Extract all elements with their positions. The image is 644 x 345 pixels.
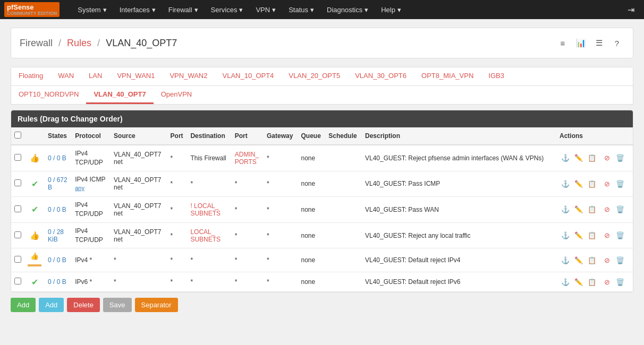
copy-icon[interactable]: 📋 xyxy=(586,230,598,242)
states-link[interactable]: 0 / 0 B xyxy=(48,206,66,213)
cell-gateway: * xyxy=(264,222,298,248)
edit-icon[interactable]: ✏️ xyxy=(573,152,584,164)
nav-diagnostics[interactable]: Diagnostics ▾ xyxy=(320,0,375,19)
states-link[interactable]: KiB xyxy=(48,236,58,243)
delete-row-icon[interactable]: 🗑️ xyxy=(614,254,626,266)
row-checkbox[interactable] xyxy=(14,278,21,284)
nav-interfaces[interactable]: Interfaces ▾ xyxy=(113,0,162,19)
destination-link[interactable]: ! LOCAL_SUBNETS xyxy=(190,202,221,217)
edit-icon[interactable]: ✏️ xyxy=(573,204,584,215)
tab-vpn-wan1[interactable]: VPN_WAN1 xyxy=(109,67,162,85)
nav-help[interactable]: Help ▾ xyxy=(375,0,408,19)
states-link[interactable]: 0 / 672 xyxy=(48,176,67,184)
tab-opt8[interactable]: OPT8_MIA_VPN xyxy=(414,67,481,85)
col-source: Source xyxy=(111,127,167,145)
add-button-1[interactable]: Add xyxy=(11,298,36,312)
status-icon-cell: 👍 xyxy=(24,145,45,171)
port-dst-link[interactable]: ADMIN_PORTS xyxy=(235,151,259,166)
tab-vlan30[interactable]: VLAN_30_OPT6 xyxy=(348,67,414,85)
cell-gateway: * xyxy=(264,171,298,197)
delete-row-icon[interactable]: 🗑️ xyxy=(614,230,626,242)
table-header-row: States Protocol Source Port Destination … xyxy=(11,127,633,145)
add-button-2[interactable]: Add xyxy=(39,298,64,312)
upload-icon[interactable]: ⚓ xyxy=(560,230,571,242)
delete-row-icon[interactable]: 🗑️ xyxy=(614,276,626,288)
row-checkbox[interactable] xyxy=(14,179,21,186)
disable-icon[interactable]: ⊘ xyxy=(601,152,613,164)
edit-icon[interactable]: ✏️ xyxy=(573,178,584,189)
nav-system[interactable]: System ▾ xyxy=(71,0,113,19)
bc-rules[interactable]: Rules xyxy=(67,38,91,48)
nav-firewall[interactable]: Firewall ▾ xyxy=(162,0,205,19)
states-link[interactable]: 0 / 0 B xyxy=(48,154,66,162)
states-link[interactable]: 0 / 0 B xyxy=(48,278,66,286)
disable-icon[interactable]: ⊘ xyxy=(601,178,613,189)
logo: pfSenseCOMMUNITY EDITION xyxy=(4,2,60,17)
copy-icon[interactable]: 📋 xyxy=(586,276,598,288)
states-link[interactable]: 0 / 28 xyxy=(48,228,64,236)
row-checkbox[interactable] xyxy=(14,231,21,238)
cell-protocol: IPv4 ICMPany xyxy=(72,171,111,197)
nav-services[interactable]: Services ▾ xyxy=(205,0,250,19)
delete-row-icon[interactable]: 🗑️ xyxy=(614,152,626,164)
upload-icon[interactable]: ⚓ xyxy=(560,178,571,189)
row-checkbox[interactable] xyxy=(14,154,21,161)
cell-states: 0 / 0 B xyxy=(45,272,72,292)
list-icon[interactable]: ☰ xyxy=(591,36,606,50)
tab-lan[interactable]: LAN xyxy=(81,67,109,85)
save-button[interactable]: Save xyxy=(103,298,132,312)
cell-gateway: * xyxy=(264,272,298,292)
protocol-link[interactable]: any xyxy=(75,185,84,191)
disable-icon[interactable]: ⊘ xyxy=(601,276,613,288)
copy-icon[interactable]: 📋 xyxy=(586,152,598,164)
tab-floating[interactable]: Floating xyxy=(11,67,50,85)
edit-icon[interactable]: ✏️ xyxy=(573,230,584,242)
destination-link[interactable]: LOCAL_SUBNETS xyxy=(190,228,221,243)
row-checkbox[interactable] xyxy=(14,256,21,263)
tab-wan[interactable]: WAN xyxy=(50,67,81,85)
bc-firewall[interactable]: Firewall xyxy=(20,38,53,48)
copy-icon[interactable]: 📋 xyxy=(586,178,598,189)
cell-schedule xyxy=(325,222,362,248)
edit-icon[interactable]: ✏️ xyxy=(573,276,584,288)
upload-icon[interactable]: ⚓ xyxy=(560,204,571,215)
separator-button[interactable]: Separator xyxy=(135,298,178,312)
disable-icon[interactable]: ⊘ xyxy=(601,254,613,266)
delete-button[interactable]: Delete xyxy=(67,298,100,312)
tab-opt10[interactable]: OPT10_NORDVPN xyxy=(11,86,86,104)
copy-icon[interactable]: 📋 xyxy=(586,254,598,266)
tab-openvpn[interactable]: OpenVPN xyxy=(154,86,200,104)
cell-protocol: IPv4TCP/UDP xyxy=(72,222,111,248)
disable-icon[interactable]: ⊘ xyxy=(601,230,613,242)
tab-vpn-wan2[interactable]: VPN_WAN2 xyxy=(162,67,215,85)
tab-igb3[interactable]: IGB3 xyxy=(481,67,512,85)
delete-row-icon[interactable]: 🗑️ xyxy=(614,178,626,189)
logout-icon[interactable]: ⇥ xyxy=(622,5,640,15)
states-link[interactable]: 0 / 0 B xyxy=(48,256,66,264)
nav-vpn[interactable]: VPN ▾ xyxy=(249,0,282,19)
delete-row-icon[interactable]: 🗑️ xyxy=(614,204,626,215)
cell-port-dst: * xyxy=(232,197,264,223)
cell-states: 0 / 0 B xyxy=(45,248,72,272)
upload-icon[interactable]: ⚓ xyxy=(560,276,571,288)
chart-icon[interactable]: 📊 xyxy=(573,36,588,50)
cell-description: VL40_GUEST: Pass WAN xyxy=(362,197,556,223)
bottom-bar: Add Add Delete Save Separator xyxy=(11,292,633,315)
help-icon[interactable]: ? xyxy=(609,36,624,50)
edit-icon[interactable]: ✏️ xyxy=(573,254,584,266)
col-destination: Destination xyxy=(187,127,231,145)
upload-icon[interactable]: ⚓ xyxy=(560,152,571,164)
copy-icon[interactable]: 📋 xyxy=(586,204,598,215)
filter-icon[interactable]: ≡ xyxy=(555,36,570,50)
nav-status[interactable]: Status ▾ xyxy=(282,0,320,19)
row-checkbox[interactable] xyxy=(14,205,21,212)
col-port-src: Port xyxy=(167,127,188,145)
states-link[interactable]: B xyxy=(48,184,52,191)
tab-vlan20[interactable]: VLAN_20_OPT5 xyxy=(281,67,348,85)
disable-icon[interactable]: ⊘ xyxy=(601,204,613,215)
action-icons: ⚓ ✏️ 📋 ⊘ 🗑️ xyxy=(560,230,630,242)
select-all-checkbox[interactable] xyxy=(14,132,21,139)
tab-vlan10[interactable]: VLAN_10_OPT4 xyxy=(215,67,282,85)
upload-icon[interactable]: ⚓ xyxy=(560,254,571,266)
tab-vlan40[interactable]: VLAN_40_OPT7 xyxy=(86,86,153,104)
